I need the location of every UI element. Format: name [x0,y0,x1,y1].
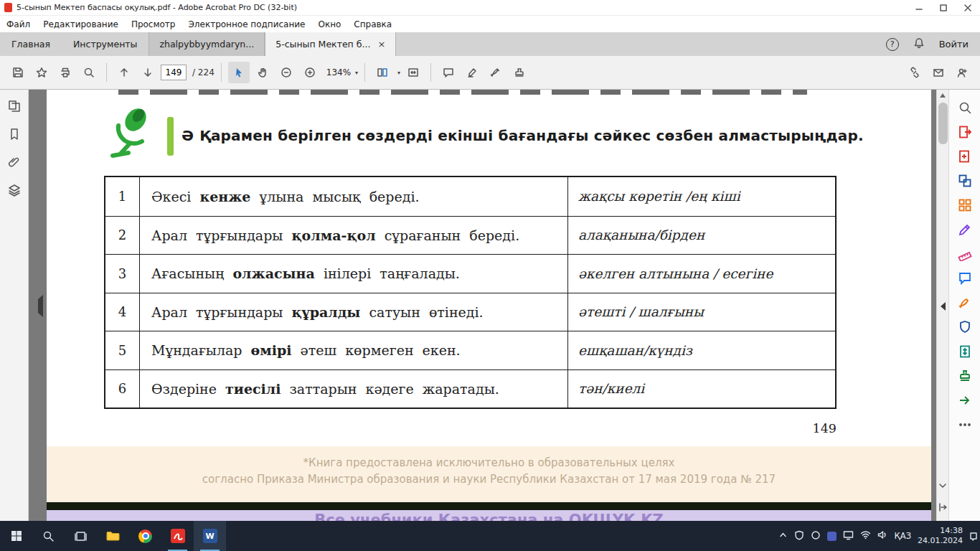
sign-pen-icon[interactable] [485,62,507,83]
collapse-left-panel-arrow[interactable] [38,299,43,313]
menu-help[interactable]: Справка [347,19,398,29]
acrobat-window: 5-сынып Мектеп баспасы оқулық.pdf - Adob… [0,0,980,551]
zoom-level-label[interactable]: 134% [326,67,351,77]
export-pdf-icon[interactable] [955,123,975,141]
exercise-instruction: ӘҚарамен берілген сөздерді екінші бағанд… [182,127,864,144]
status-circle-icon[interactable] [811,530,821,542]
fill-sign-icon[interactable] [955,293,975,312]
tab-tools[interactable]: Инструменты [62,32,149,56]
file-explorer-icon[interactable] [97,521,129,551]
help-icon[interactable]: ? [886,38,899,51]
collapse-toolbar-icon[interactable] [937,502,948,512]
hand-tool-icon[interactable] [252,62,273,83]
bookmarks-icon[interactable] [8,128,21,143]
page-display-caret-icon[interactable]: ▾ [397,70,400,76]
zoom-caret-icon[interactable]: ▾ [355,70,358,76]
page-display-icon[interactable] [372,62,393,83]
menu-edit[interactable]: Редактирование [37,19,125,29]
page-thumbnails-icon[interactable] [8,100,21,116]
link-icon[interactable] [904,62,925,83]
banner-band: Все учебники Казахстана на OKULYK.KZ [47,510,931,521]
measure-icon[interactable] [955,245,975,263]
search-icon[interactable] [78,62,100,83]
table-row-answer: әтешті / шалғыны [567,293,835,331]
combine-files-icon[interactable] [955,171,975,190]
compress-pdf-icon[interactable] [955,342,975,361]
create-pdf-icon[interactable] [955,147,975,166]
protect-icon[interactable] [955,318,975,336]
table-row-sentence: Арал тұрғындары қолма-қол сұрағанын бере… [139,216,567,255]
fit-width-icon[interactable] [402,62,424,83]
close-tab-icon[interactable]: × [377,39,385,50]
close-button[interactable] [956,0,980,15]
select-tool-icon[interactable] [228,62,250,83]
language-indicator[interactable]: ҚАЗ [895,531,911,541]
attachments-icon[interactable] [8,156,21,171]
stamp-tool-icon[interactable] [955,367,975,385]
mail-icon[interactable] [928,62,949,83]
acrobat-taskbar-icon[interactable] [161,521,194,551]
action-center-icon[interactable] [969,521,978,551]
chrome-icon[interactable] [129,521,161,551]
vertical-scrollbar[interactable] [936,90,948,521]
send-for-signature-icon[interactable] [955,391,975,410]
workspace: ӘҚарамен берілген сөздерді екінші бағанд… [0,90,980,521]
favorites-star-icon[interactable] [31,62,52,83]
taskbar-clock[interactable]: 14:38 24.01.2024 [918,526,963,547]
left-panel-strip [0,90,29,521]
banner-text: Все учебники Казахстана на OKULYK.KZ [47,512,931,521]
next-view-chevron-icon[interactable] [937,481,948,491]
expand-right-panel-arrow[interactable] [937,302,948,311]
scroll-up-button[interactable] [937,90,948,101]
windows-taskbar: W ҚАЗ 14:38 24.01.2024 [0,521,980,551]
teams-icon[interactable] [827,532,837,541]
layers-icon[interactable] [8,184,21,199]
menu-window[interactable]: Окно [311,19,347,29]
stamp-icon[interactable] [509,62,530,83]
notifications-bell-icon[interactable] [913,37,925,51]
document-canvas[interactable]: ӘҚарамен берілген сөздерді екінші бағанд… [29,90,936,521]
document-tab-1[interactable]: zhalpybbyymdaryn... [149,32,265,56]
table-row-answer: алақанына/бірден [567,216,835,255]
search-tools-icon[interactable] [955,98,975,117]
print-icon[interactable] [55,62,76,83]
page-number-input[interactable] [161,65,187,80]
sign-in-button[interactable]: Войти [939,39,969,50]
minimize-button[interactable] [907,0,931,15]
menu-view[interactable]: Просмотр [125,19,182,29]
divider-strip [47,502,931,510]
next-page-icon[interactable] [137,62,159,83]
add-account-icon[interactable] [951,62,973,83]
previous-page-icon[interactable] [113,62,135,83]
scroll-thumb[interactable] [938,103,948,144]
table-row-number: 2 [105,216,139,255]
more-tools-icon[interactable] [955,415,975,434]
tab-bar: Главная Инструменты zhalpybbyymdaryn... … [0,32,980,56]
task-view-icon[interactable] [65,521,97,551]
defender-shield-icon[interactable] [794,530,804,542]
maximize-button[interactable] [931,0,956,15]
taskbar-date: 24.01.2024 [918,536,963,546]
zoom-in-icon[interactable] [299,62,321,83]
highlighter-icon[interactable] [461,62,483,83]
zoom-out-icon[interactable] [275,62,297,83]
save-icon[interactable] [7,62,29,83]
document-tab-2-active[interactable]: 5-сынып Мектеп б... × [265,32,396,56]
disclaimer-line-1: *Книга предоставлена исключительно в обр… [47,455,931,471]
tab-home[interactable]: Главная [0,32,62,56]
wifi-icon[interactable] [860,530,871,542]
comment-icon[interactable] [438,62,459,83]
exercise-letter: Ә [182,127,194,144]
menu-file[interactable]: Файл [0,19,37,29]
taskbar-search-icon[interactable] [32,521,65,551]
exercise-table: 1 Әкесі кенже ұлына мысық береді. жақсы … [104,176,837,409]
menu-esign[interactable]: Электронное подписание [182,19,311,29]
word-taskbar-icon[interactable]: W [194,521,226,551]
display-icon[interactable] [843,530,854,542]
start-button[interactable] [0,521,32,551]
edit-pdf-icon[interactable] [955,220,975,239]
hidden-icons-caret[interactable] [778,530,788,542]
comment-tool-icon[interactable] [955,269,975,288]
volume-icon[interactable] [877,530,888,542]
organize-pages-icon[interactable] [955,196,975,215]
